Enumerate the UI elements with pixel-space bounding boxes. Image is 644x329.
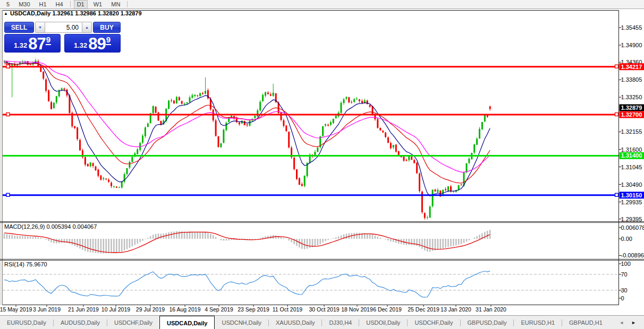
svg-text:23 Sep 2019: 23 Sep 2019 [238,306,269,313]
svg-text:11 Oct 2019: 11 Oct 2019 [273,306,303,313]
ohlc-values: 1.32961 1.32986 1.32820 1.32879 [52,10,141,16]
timeframe-w1[interactable]: W1 [91,1,105,8]
sell-price-big: 87 [28,36,45,51]
tab-eurusd-daily[interactable]: EURUSD,Daily [0,316,53,329]
svg-text:21 Jun 2019: 21 Jun 2019 [68,306,99,313]
svg-text:1.31600: 1.31600 [621,146,642,153]
hline-handle[interactable] [6,193,10,196]
timeframe-h1[interactable]: H1 [37,1,49,8]
svg-text:MACD(12,26,9) 0.005394 0.00406: MACD(12,26,9) 0.005394 0.004067 [4,223,97,230]
tab-gbpaud-h1[interactable]: GBPAUD,H1 [562,316,609,329]
chart-tabs: EURUSD,DailyAUDUSD,DailyUSDCHF,DailyUSDC… [0,315,644,329]
timeframe-mn[interactable]: MN [108,1,123,8]
volume-down-icon[interactable]: ▼ [35,22,45,33]
hline-handle[interactable] [615,193,618,196]
hline-handle[interactable] [615,113,618,116]
volume-input[interactable] [45,22,82,33]
tab-xauusd-daily[interactable]: XAUUSD,Daily [269,316,321,329]
svg-text:30: 30 [621,287,628,293]
hline-handle[interactable] [615,65,618,68]
timeframe-5[interactable]: 5 [4,1,12,8]
sell-price-sup: 9 [46,35,51,45]
buy-price-sup: 9 [106,35,111,45]
svg-text:6 Dec 2019: 6 Dec 2019 [373,306,402,313]
toolbar-separator [127,1,128,7]
tab-dj30-h4[interactable]: DJ30,H4 [322,316,359,329]
buy-price-big: 89 [88,36,105,51]
volume-spinner: ▼ ▲ [35,22,92,33]
tab-usdoil-daily[interactable]: USDOil,Daily [359,316,407,329]
buy-price-prefix: 1.32 [74,41,87,49]
svg-text:1.34900: 1.34900 [621,42,642,48]
tab-usdcnh-daily[interactable]: USDCNH,Daily [215,316,268,329]
tab-usdcad-daily[interactable]: USDCAD,Daily [159,316,215,329]
svg-text:25 Dec 2019: 25 Dec 2019 [408,306,439,313]
tab-audusd-daily[interactable]: AUDUSD,Daily [54,316,107,329]
volume-up-icon[interactable]: ▲ [82,22,92,33]
one-click-collapse-icon[interactable]: ▲ [4,11,8,16]
panel-splitter-1[interactable] [0,259,644,261]
tab-scroll-left-icon[interactable]: ◄ [615,319,628,326]
svg-text:15 May 2019: 15 May 2019 [0,306,32,313]
svg-text:-0.008965: -0.008965 [621,252,644,258]
svg-text:1.32700: 1.32700 [621,111,642,118]
chart-title: ▲USDCAD,Daily 1.32961 1.32986 1.32820 1.… [4,10,142,16]
svg-text:3 Jun 2019: 3 Jun 2019 [33,306,61,313]
timeframe-m30[interactable]: M30 [16,1,32,8]
svg-text:13 Jan 2020: 13 Jan 2020 [440,306,471,313]
symbol-title: USDCAD,Daily [10,10,50,16]
tab-usdchf-daily[interactable]: USDCHF,Daily [107,316,159,329]
svg-text:1.33805: 1.33805 [621,76,642,83]
sell-price-prefix: 1.32 [14,41,27,49]
hline-handle[interactable] [6,65,10,68]
one-click-trading-panel: SELL ▼ ▲ BUY 1.32 87 9 1.32 89 9 [4,22,121,53]
svg-text:RSI(14) 75.9670: RSI(14) 75.9670 [4,261,47,267]
svg-text:1.35455: 1.35455 [621,24,642,31]
svg-text:18 Nov 2019: 18 Nov 2019 [341,306,373,313]
svg-text:0: 0 [621,295,624,301]
svg-text:0.00: 0.00 [621,236,632,242]
buy-button[interactable]: BUY [93,22,121,33]
svg-text:1.31045: 1.31045 [621,164,642,170]
svg-text:1.29935: 1.29935 [621,199,642,205]
svg-text:1.31400: 1.31400 [621,152,642,159]
svg-text:1.34217: 1.34217 [621,64,642,70]
hline-handle[interactable] [6,113,10,116]
sell-price-button[interactable]: 1.32 87 9 [4,34,61,53]
toolbar-separator [70,1,71,7]
svg-text:1.29395: 1.29395 [621,216,642,222]
timeframe-toolbar: 5M30H1H4D1W1MN [0,0,644,9]
svg-text:100: 100 [621,261,631,267]
tab-gbpusd-daily[interactable]: GBPUSD,Daily [461,316,514,329]
svg-text:4 Sep 2019: 4 Sep 2019 [205,306,233,313]
tab-usdchf-daily[interactable]: USDCHF,Daily [408,316,460,329]
svg-text:70: 70 [621,271,628,278]
svg-text:1.33250: 1.33250 [621,94,642,100]
svg-text:1.30490: 1.30490 [621,181,642,188]
sell-button[interactable]: SELL [4,22,34,33]
svg-text:30 Oct 2019: 30 Oct 2019 [309,306,339,313]
svg-text:1.32155: 1.32155 [621,128,642,135]
timeframe-h4[interactable]: H4 [53,1,66,8]
svg-text:29 Jul 2019: 29 Jul 2019 [136,306,165,313]
tab-scroll-arrows: ◄► [615,316,644,329]
svg-text:31 Jan 2020: 31 Jan 2020 [476,306,506,313]
svg-text:0.006078: 0.006078 [621,224,644,231]
timeframe-d1[interactable]: D1 [74,1,87,8]
tab-scroll-right-icon[interactable]: ► [628,319,640,326]
buy-price-button[interactable]: 1.32 89 9 [64,34,121,53]
svg-text:1.30150: 1.30150 [621,192,642,198]
svg-text:10 Jul 2019: 10 Jul 2019 [101,306,130,313]
chart-window: 1.354551.349001.343601.338051.332501.321… [0,9,644,315]
panel-splitter-0[interactable] [0,222,644,223]
svg-text:16 Aug 2019: 16 Aug 2019 [170,306,201,313]
svg-text:1.32879: 1.32879 [621,105,642,111]
trading-terminal: { "window": { "title_arrow": "▲", "symbo… [0,0,644,329]
tab-eurusd-h1[interactable]: EURUSD,H1 [514,316,562,329]
